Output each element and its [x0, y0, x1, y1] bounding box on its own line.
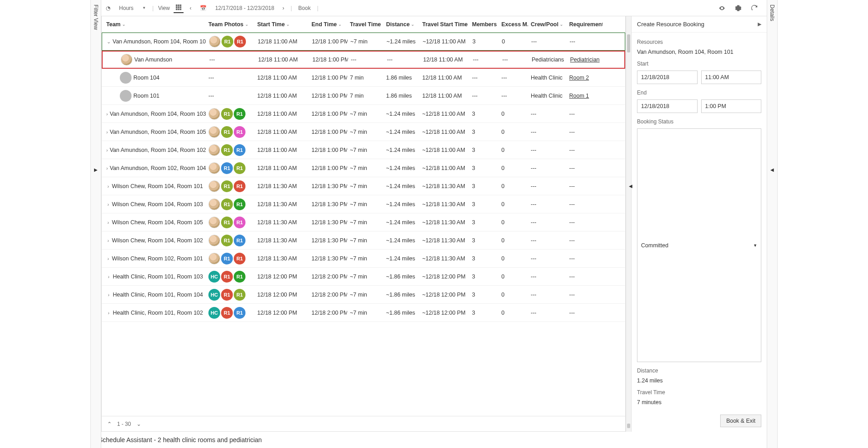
end-date-input[interactable]: 12/18/2018: [637, 99, 698, 113]
cell-distance: ~1.24 miles: [383, 165, 420, 171]
details-tab-label: Details: [769, 0, 775, 21]
visibility-button[interactable]: [717, 4, 727, 12]
settings-button[interactable]: [733, 4, 743, 12]
next-button[interactable]: ›: [281, 4, 286, 12]
start-time-input[interactable]: 11:00 AM: [701, 71, 762, 84]
refresh-button[interactable]: [750, 4, 760, 12]
cell-requirement[interactable]: Room 2: [566, 75, 603, 81]
cell-start: 12/18 11:00 AM: [255, 165, 309, 171]
scroll-thumb[interactable]: [627, 424, 630, 428]
col-travel[interactable]: Travel Time⌄: [347, 21, 383, 28]
cell-requirement[interactable]: Pediatrician: [567, 57, 604, 63]
expander-icon[interactable]: ›: [106, 111, 108, 117]
table-row[interactable]: ›Van Amundson, Room 104, Room 105R1R112/…: [102, 123, 625, 141]
prev-button[interactable]: ‹: [188, 4, 193, 12]
cell-requirement: ---: [566, 129, 603, 135]
col-requirement[interactable]: Requirement⌄: [566, 21, 603, 28]
cell-distance: ~1.24 miles: [383, 183, 420, 189]
avatar: R1: [221, 235, 233, 246]
cell-start: 12/18 11:30 AM: [255, 183, 309, 189]
table-row[interactable]: Van Amundson---12/18 11:00 AM12/18 1:00 …: [102, 51, 625, 69]
table-row[interactable]: ›Van Amundson, Room 104, Room 102R1R112/…: [102, 141, 625, 159]
booking-status-select[interactable]: Committed ▼: [637, 128, 761, 362]
date-range-picker[interactable]: 📅 12/17/2018 - 12/23/2018: [198, 4, 276, 12]
expander-icon[interactable]: ›: [106, 147, 108, 153]
page-down-button[interactable]: ⌄: [137, 421, 141, 427]
details-panel-tab[interactable]: Details ◀: [767, 0, 778, 448]
team-name: Health Clinic, Room 101, Room 103: [113, 274, 203, 280]
hours-dropdown[interactable]: ◔ Hours ▼: [104, 4, 148, 12]
table-row[interactable]: Room 104---12/18 11:00 AM12/18 1:00 PM7 …: [102, 69, 625, 87]
col-members[interactable]: Members⌄: [469, 21, 499, 28]
avatar: R1: [234, 108, 245, 120]
cell-requirement[interactable]: Room 1: [566, 93, 603, 99]
col-start[interactable]: Start Time⌄: [255, 21, 309, 28]
avatar: HC: [208, 289, 220, 301]
expander-icon[interactable]: ›: [106, 129, 108, 135]
scroll-thumb[interactable]: [627, 34, 630, 52]
expander-icon[interactable]: ›: [106, 292, 111, 297]
col-distance[interactable]: Distance⌄: [383, 21, 420, 28]
expander-icon[interactable]: ›: [106, 220, 110, 225]
grid-view-button[interactable]: [174, 3, 184, 13]
cell-end: 12/18 1:30 PM: [309, 183, 347, 189]
expander-icon[interactable]: ›: [106, 310, 111, 316]
cell-members: 3: [469, 274, 499, 280]
details-panel: Create Resource Booking ▶ ◀ Resources Va…: [631, 16, 767, 432]
col-crew[interactable]: Crew/Pool⌄: [528, 21, 566, 28]
table-row[interactable]: ⌄Van Amundson, Room 104, Room 101R1R112/…: [102, 33, 625, 51]
avatar: [208, 180, 220, 192]
col-tstart[interactable]: Travel Start Time⌄: [420, 21, 469, 28]
cell-travel: ~7 min: [347, 274, 383, 280]
cell-members: 3: [469, 237, 499, 244]
cell-end: 12/18 1:30 PM: [309, 219, 347, 226]
table-row[interactable]: ›Van Amundson, Room 102, Room 104R1R112/…: [102, 159, 625, 177]
table-row[interactable]: ›Wilson Chew, Room 104, Room 102R1R112/1…: [102, 231, 625, 250]
chevron-right-icon[interactable]: ▶: [758, 21, 761, 27]
cell-distance: ---: [384, 57, 420, 63]
cell-members: 3: [469, 219, 499, 226]
filter-view-panel-tab[interactable]: Filter View ▶: [90, 0, 101, 448]
chevron-down-icon: ▼: [142, 6, 146, 10]
avatar: [208, 108, 220, 120]
page-up-button[interactable]: ⌃: [107, 421, 112, 427]
distance-value: 1.24 miles: [637, 377, 761, 384]
vertical-scrollbar[interactable]: [626, 16, 631, 432]
expander-icon[interactable]: ›: [106, 202, 110, 207]
expander-icon[interactable]: ›: [106, 274, 111, 279]
avatar: R1: [234, 271, 245, 283]
book-button[interactable]: Book: [297, 4, 312, 12]
expander-icon[interactable]: ›: [106, 238, 110, 243]
table-row[interactable]: ›Wilson Chew, Room 104, Room 101R1R112/1…: [102, 177, 625, 195]
expander-icon[interactable]: ›: [106, 184, 110, 189]
end-time-input[interactable]: 1:00 PM: [701, 99, 762, 113]
team-photos: HCR1R1: [208, 307, 245, 319]
cell-crew: ---: [528, 165, 566, 171]
refresh-icon: [751, 5, 758, 11]
table-row[interactable]: ›Health Clinic, Room 101, Room 103HCR1R1…: [102, 268, 625, 286]
table-row[interactable]: ›Wilson Chew, Room 104, Room 105R1R112/1…: [102, 213, 625, 231]
col-excess[interactable]: Excess M...⌄: [499, 21, 528, 28]
table-row[interactable]: ›Health Clinic, Room 101, Room 104HCR1R1…: [102, 286, 625, 304]
expander-icon[interactable]: ›: [106, 165, 108, 171]
book-and-exit-button[interactable]: Book & Exit: [720, 415, 761, 427]
chevron-down-icon: ⌄: [122, 22, 126, 27]
col-team[interactable]: Team⌄: [102, 21, 206, 28]
separator: |: [317, 5, 318, 11]
avatar: R1: [221, 271, 233, 283]
cell-requirement: ---: [566, 292, 603, 298]
start-date-input[interactable]: 12/18/2018: [637, 71, 698, 84]
table-row[interactable]: ›Wilson Chew, Room 102, Room 101R1R112/1…: [102, 250, 625, 268]
distance-label: Distance: [637, 368, 761, 374]
table-row[interactable]: ›Health Clinic, Room 101, Room 102HCR1R1…: [102, 304, 625, 322]
table-row[interactable]: ›Van Amundson, Room 104, Room 103R1R112/…: [102, 105, 625, 123]
team-name: Wilson Chew, Room 104, Room 102: [112, 237, 203, 244]
table-row[interactable]: ›Wilson Chew, Room 104, Room 103R1R112/1…: [102, 195, 625, 213]
table-row[interactable]: Room 101---12/18 11:00 AM12/18 1:00 PM7 …: [102, 87, 625, 105]
expander-icon[interactable]: ⌄: [107, 39, 111, 45]
col-photos[interactable]: Team Photos⌄: [206, 21, 255, 28]
expander-icon[interactable]: ›: [106, 256, 110, 261]
collapse-details-icon[interactable]: ◀: [629, 184, 632, 189]
cell-distance: 1.86 miles: [383, 75, 420, 81]
col-end[interactable]: End Time⌄: [309, 21, 347, 28]
